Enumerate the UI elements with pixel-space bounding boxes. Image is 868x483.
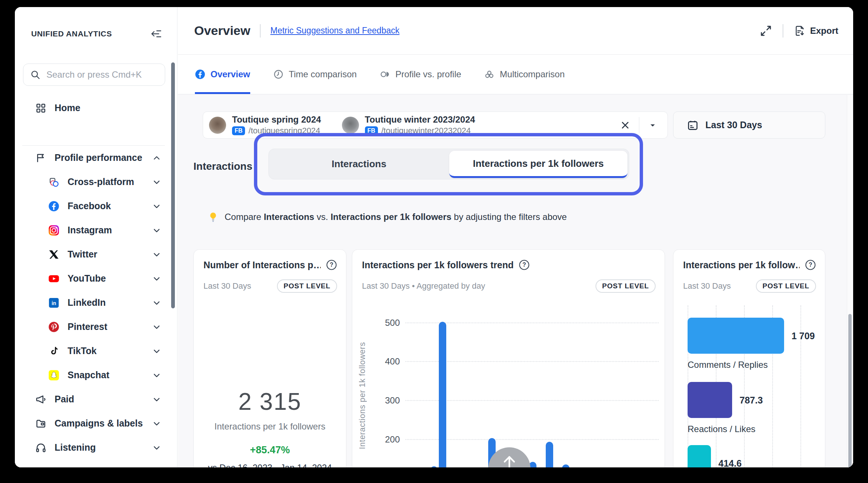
breakdown-bar-label: Comments / Replies xyxy=(688,360,768,370)
sidebar-item-home[interactable]: Home xyxy=(15,96,177,120)
export-label: Export xyxy=(810,26,838,36)
trend-bar[interactable] xyxy=(430,466,438,467)
export-button[interactable]: Export xyxy=(794,25,838,37)
chevron-down-icon[interactable] xyxy=(152,274,161,283)
tab-bar: OverviewTime comparisonProfile vs. profi… xyxy=(178,55,853,94)
tab-time-comparison[interactable]: Time comparison xyxy=(273,55,357,94)
metric-suggestions-link[interactable]: Metric Suggestions and Feedback xyxy=(270,26,399,36)
tab-label: Profile vs. profile xyxy=(395,69,461,80)
breakdown-bar-label: Reactions / Likes xyxy=(688,424,756,434)
metric-toggle-option-interactions-per-1k-followers-selected[interactable]: Interactions per 1k followers xyxy=(449,151,627,178)
help-icon[interactable]: ? xyxy=(326,259,337,270)
y-tick-label: 400 xyxy=(374,356,400,367)
tab-profile-vs-profile[interactable]: Profile vs. profile xyxy=(380,55,461,94)
profile-text: Toutique winter 2023/2024FB/toutiquewint… xyxy=(365,114,475,136)
profile-toutique-winter-2023-2024[interactable]: Toutique winter 2023/2024FB/toutiquewint… xyxy=(342,114,475,136)
svg-text:?: ? xyxy=(809,262,812,268)
clock-icon xyxy=(273,69,284,80)
post-level-badge: POST LEVEL xyxy=(277,279,337,293)
breakdown-bar-chart: 1 709Comments / Replies787.3Reactions / … xyxy=(673,305,825,467)
folder-icon xyxy=(35,418,46,429)
main-scrollbar[interactable] xyxy=(847,95,853,467)
sidebar-item-youtube[interactable]: YouTube xyxy=(15,266,177,291)
chevron-down-icon[interactable] xyxy=(152,443,161,453)
y-tick-label: 300 xyxy=(374,395,400,406)
chevron-down-icon[interactable] xyxy=(152,419,161,428)
sidebar-item-linkedin[interactable]: inLinkedIn xyxy=(15,291,177,315)
trend-bar[interactable] xyxy=(546,442,553,467)
svg-text:in: in xyxy=(52,301,56,306)
facebook-icon xyxy=(195,69,205,80)
tab-overview[interactable]: Overview xyxy=(195,55,250,94)
card3-period: Last 30 Days xyxy=(683,281,731,291)
calendar-icon xyxy=(687,119,699,131)
app-window: UNIFIED ANALYTICS HomeProfile performanc… xyxy=(15,7,853,467)
chevron-down-icon[interactable] xyxy=(152,346,161,356)
page-header: Overview Metric Suggestions and Feedback… xyxy=(178,7,853,55)
chevron-down-icon[interactable] xyxy=(152,298,161,308)
sidebar-scrollbar-thumb[interactable] xyxy=(171,62,175,308)
chevron-down-icon[interactable] xyxy=(152,250,161,259)
card1-title-row: Number of Interactions p… ? xyxy=(194,250,346,270)
main-scrollbar-thumb[interactable] xyxy=(848,314,852,467)
sidebar-item-label: Campaigns & labels xyxy=(55,418,143,429)
sidebar-item-profile-performance[interactable]: Profile performance xyxy=(15,146,177,170)
chevron-down-icon[interactable] xyxy=(152,395,161,404)
chevron-down-icon[interactable] xyxy=(152,322,161,332)
sidebar-item-twitter[interactable]: Twitter xyxy=(15,242,177,266)
collapse-sidebar-icon[interactable] xyxy=(150,28,162,40)
close-icon[interactable] xyxy=(620,120,631,131)
chevron-down-icon[interactable] xyxy=(152,177,161,187)
date-range-label: Last 30 Days xyxy=(705,120,762,130)
snapchat-icon xyxy=(48,370,59,381)
trend-bar[interactable] xyxy=(562,464,570,467)
breakdown-bar-reactions-likes[interactable] xyxy=(688,382,732,418)
chevron-down-icon[interactable] xyxy=(152,370,161,380)
card1-period: Last 30 Days xyxy=(203,281,251,291)
trend-bar-chart: Interactions per 1k followers 2003004005… xyxy=(352,250,665,467)
sidebar-item-pinterest[interactable]: Pinterest xyxy=(15,315,177,339)
card1-meta-row: Last 30 Days POST LEVEL xyxy=(194,270,346,293)
chevron-down-icon[interactable] xyxy=(152,226,161,235)
chevron-down-icon[interactable] xyxy=(647,120,658,130)
arrow-up-icon xyxy=(501,453,518,467)
chevron-down-icon[interactable] xyxy=(152,201,161,211)
sidebar-nav: HomeProfile performanceCross-platformFac… xyxy=(15,96,177,460)
sidebar-item-label: Pinterest xyxy=(68,321,107,332)
sidebar-item-cross-platform[interactable]: Cross-platform xyxy=(15,170,177,194)
tip-row: Compare Interactions vs. Interactions pe… xyxy=(208,211,567,223)
sidebar-item-instagram[interactable]: Instagram xyxy=(15,218,177,242)
expand-icon[interactable] xyxy=(760,25,772,37)
summary-stat: 2 315 Interactions per 1k followers +85.… xyxy=(194,388,346,467)
sidebar-item-tiktok[interactable]: TikTok xyxy=(15,339,177,363)
lightbulb-icon xyxy=(208,211,219,223)
metric-toggle-option-interactions[interactable]: Interactions xyxy=(269,149,449,179)
multicomparison-icon xyxy=(484,69,495,80)
tab-label: Multicomparison xyxy=(500,69,565,80)
breakdown-bar-third[interactable] xyxy=(688,445,711,467)
search-icon xyxy=(30,69,40,80)
search-input[interactable] xyxy=(46,69,158,80)
card3-title-row: Interactions per 1k follow… ? xyxy=(673,250,825,270)
summary-compare-period: vs Dec 16, 2023 - Jan 14, 2024 xyxy=(194,463,346,467)
tab-multicomparison[interactable]: Multicomparison xyxy=(484,55,565,94)
header-actions-divider xyxy=(783,24,783,38)
sidebar-item-label: Facebook xyxy=(68,201,111,211)
sidebar-item-paid[interactable]: Paid xyxy=(15,387,177,411)
help-icon[interactable]: ? xyxy=(805,259,816,270)
breakdown-bar-value: 787.3 xyxy=(740,395,763,406)
main-area: Overview Metric Suggestions and Feedback… xyxy=(178,7,853,467)
chevron-up-icon[interactable] xyxy=(152,153,161,163)
profile-name: Toutique winter 2023/2024 xyxy=(365,114,475,125)
sidebar-item-facebook[interactable]: Facebook xyxy=(15,194,177,218)
sidebar-item-campaigns-labels[interactable]: Campaigns & labels xyxy=(15,411,177,435)
sidebar-item-listening[interactable]: Listening xyxy=(15,435,177,460)
profile-toutique-spring-2024[interactable]: Toutique spring 2024FB/toutiquespring202… xyxy=(209,114,321,136)
date-range-button[interactable]: Last 30 Days xyxy=(673,111,825,139)
card1-title: Number of Interactions p… xyxy=(203,260,321,270)
sidebar: UNIFIED ANALYTICS HomeProfile performanc… xyxy=(15,7,177,467)
breakdown-bar-comments-replies[interactable] xyxy=(688,318,784,354)
sidebar-item-snapchat[interactable]: Snapchat xyxy=(15,363,177,387)
trend-bar[interactable] xyxy=(439,322,446,467)
search-box[interactable] xyxy=(23,64,165,86)
